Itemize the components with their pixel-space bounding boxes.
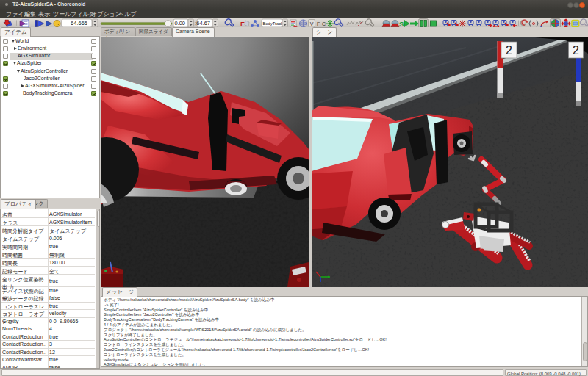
svg-text:64.665: 64.665 [71, 20, 87, 26]
svg-text:2: 2 [506, 44, 512, 57]
svg-text:E: E [240, 21, 245, 28]
svg-text:V: V [310, 21, 314, 26]
svg-text:F: F [317, 21, 320, 26]
svg-text:S: S [399, 20, 404, 28]
svg-text:C: C [322, 21, 326, 26]
svg-text:0.00: 0.00 [174, 20, 185, 26]
svg-text:BodyTracki: BodyTracki [263, 21, 284, 26]
svg-text:2: 2 [573, 44, 579, 57]
svg-text:64.67: 64.67 [196, 20, 210, 26]
